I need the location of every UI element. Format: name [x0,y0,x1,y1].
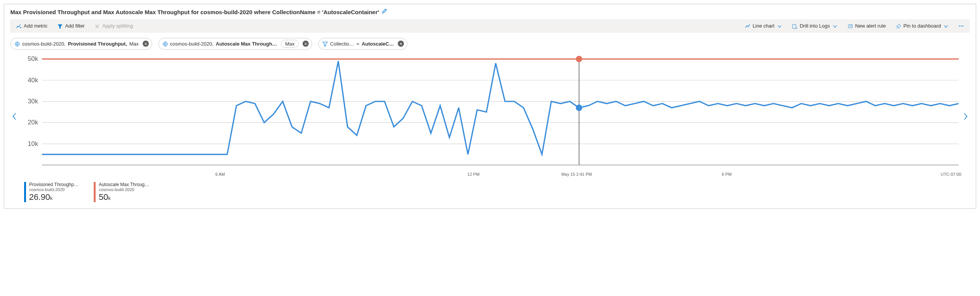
add-metric-label: Add metric [24,23,47,29]
filter-icon [57,23,63,29]
drill-logs-label: Drill into Logs [800,23,830,29]
legend1-value: 26.90k [29,192,78,202]
metric-pill-provisioned[interactable]: cosmos-build-2020, Provisioned Throughpu… [10,38,152,50]
alert-icon [848,23,853,29]
legend: Provisioned Throughp… cosmos-build-2020 … [24,182,970,202]
chart-type-dropdown[interactable]: Line chart [743,21,785,31]
split-icon [94,23,100,29]
svg-point-4 [962,26,963,26]
timezone-label: UTC-07:00 [941,172,961,177]
legend2-name: Autoscale Max Throug… [99,182,149,187]
time-next-button[interactable] [961,55,970,178]
x-tick-2: 6 PM [722,172,732,177]
ellipsis-icon [959,23,964,29]
metric1-agg: Max [129,41,139,47]
pin-icon [896,23,901,29]
legend-swatch-coral [94,182,96,202]
metric1-name: Provisioned Throughput, [68,41,127,47]
svg-text:50k: 50k [28,55,38,62]
cursor-time-label: May 15 2:41 PM [561,172,592,177]
edit-title-icon[interactable] [381,8,387,16]
time-prev-button[interactable] [10,55,19,178]
metric2-name: Autoscale Max Through… [216,41,277,47]
metric-pill-autoscale[interactable]: cosmos-build-2020, Autoscale Max Through… [158,38,312,50]
metric-pills: cosmos-build-2020, Provisioned Throughpu… [10,38,970,50]
chart-svg: 10k20k30k40k50k [19,55,961,172]
metric1-resource: cosmos-build-2020, [22,41,65,47]
filter-eq: = [357,41,360,47]
new-alert-button[interactable]: New alert rule [845,21,888,31]
resource-icon [163,41,168,47]
resource-icon [15,41,20,47]
new-alert-label: New alert rule [855,23,886,29]
legend2-sub: cosmos-build-2020 [99,187,149,192]
svg-rect-0 [793,24,796,28]
filter-icon [322,41,328,47]
remove-metric1-button[interactable]: ✕ [143,41,149,47]
chart-type-label: Line chart [753,23,775,29]
svg-point-3 [961,26,962,26]
legend-item-autoscale[interactable]: Autoscale Max Throug… cosmos-build-2020 … [94,182,149,202]
toolbar: Add metric Add filter Apply splitting Li… [10,20,970,33]
metric2-resource: cosmos-build-2020, [170,41,213,47]
line-chart-icon [745,23,750,29]
legend-swatch-blue [24,182,26,202]
chart-wrap: 10k20k30k40k50k 6 AM 12 PM 6 PM May 15 2… [10,55,970,178]
filter-value: AutoscaleC… [361,41,394,47]
pin-dashboard-label: Pin to dashboard [903,23,941,29]
svg-point-20 [576,105,582,111]
add-filter-label: Add filter [65,23,85,29]
svg-text:30k: 30k [28,97,38,105]
legend1-sub: cosmos-build-2020 [29,187,78,192]
metric2-agg[interactable]: Max [281,40,299,48]
chevron-down-icon [777,23,782,29]
x-tick-0: 6 AM [215,172,225,177]
add-metric-button[interactable]: Add metric [14,21,50,31]
legend-item-provisioned[interactable]: Provisioned Throughp… cosmos-build-2020 … [24,182,78,202]
x-tick-1: 12 PM [467,172,480,177]
filter-property: Collectio… [330,41,354,47]
chart-area[interactable]: 10k20k30k40k50k 6 AM 12 PM 6 PM May 15 2… [19,55,961,178]
remove-metric2-button[interactable]: ✕ [303,41,309,47]
more-menu-button[interactable] [956,22,966,30]
x-axis: 6 AM 12 PM 6 PM May 15 2:41 PM UTC-07:00 [33,172,961,178]
chevron-down-icon [832,23,838,29]
title-row: Max Provisioned Throughput and Max Autos… [10,8,970,16]
add-metric-icon [16,23,21,29]
page-title: Max Provisioned Throughput and Max Autos… [10,9,379,15]
filter-pill[interactable]: Collectio… = AutoscaleC… ✕ [318,38,407,50]
pin-dashboard-dropdown[interactable]: Pin to dashboard [894,21,951,31]
drill-logs-dropdown[interactable]: Drill into Logs [790,21,840,31]
svg-text:10k: 10k [28,140,38,147]
svg-point-2 [959,26,960,26]
metrics-panel: Max Provisioned Throughput and Max Autos… [4,4,976,209]
apply-splitting-label: Apply splitting [102,23,133,29]
svg-text:20k: 20k [28,119,38,126]
apply-splitting-button: Apply splitting [92,21,135,31]
logs-icon [792,23,798,29]
add-filter-button[interactable]: Add filter [55,21,87,31]
legend1-name: Provisioned Throughp… [29,182,78,187]
legend2-value: 50k [99,192,149,202]
chevron-down-icon [943,23,949,29]
svg-text:40k: 40k [28,76,38,83]
svg-point-19 [576,56,582,62]
remove-filter-button[interactable]: ✕ [398,41,404,47]
